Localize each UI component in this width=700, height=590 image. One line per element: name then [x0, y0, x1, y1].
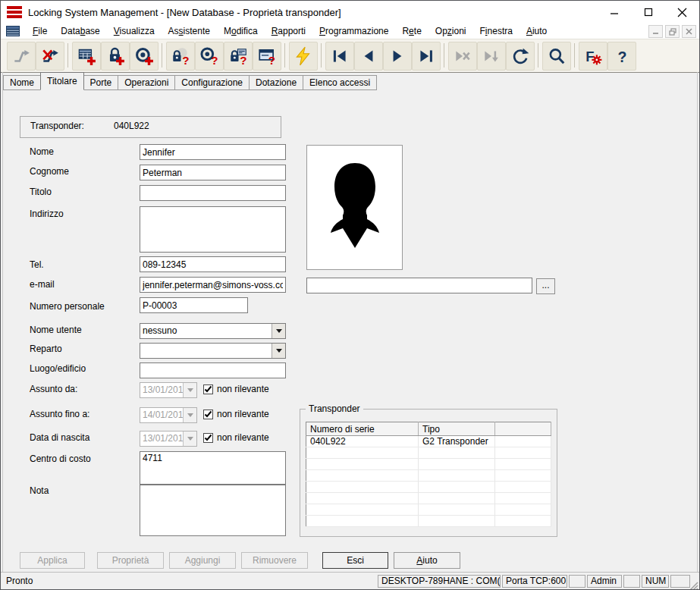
assunto-fino-checkbox-label[interactable]: non rilevante — [217, 409, 269, 419]
transponder-header-value: 040L922 — [114, 121, 149, 131]
tab-porte[interactable]: Porte — [84, 75, 119, 90]
applica-button[interactable]: Applica — [20, 552, 85, 569]
proprieta-button[interactable]: Proprietà — [97, 552, 164, 569]
menu-finestra[interactable]: Finestra — [473, 24, 520, 39]
close-icon — [677, 8, 687, 17]
table-row[interactable]: 040L922 G2 Transponder — [306, 436, 551, 447]
status-empty-2 — [623, 575, 640, 588]
minimize-button[interactable] — [597, 1, 631, 24]
new-transponder-button[interactable] — [130, 42, 159, 71]
read-g1-lock-button[interactable]: ? — [224, 42, 253, 71]
titolo-field[interactable] — [140, 185, 286, 201]
nome-utente-select[interactable]: nessuno — [140, 323, 286, 339]
reparto-dropdown-button[interactable] — [272, 344, 285, 358]
assunto-fino-non-rilevante-checkbox[interactable] — [203, 410, 213, 419]
status-bar: Pronto DESKTOP-789HANE : COM(*) Porta TC… — [1, 572, 699, 590]
menu-file[interactable]: File — [26, 24, 54, 39]
read-network-icon: ? — [257, 46, 277, 66]
menu-bar: File Database Visualizza Assistente Modi… — [1, 24, 699, 39]
menu-database[interactable]: Database — [54, 24, 106, 39]
disconnect-button[interactable] — [36, 42, 64, 71]
nota-label: Nota — [30, 485, 49, 496]
read-transponder-button[interactable]: ? — [195, 42, 224, 71]
photo-path-field[interactable] — [306, 278, 532, 293]
aggiungi-button[interactable]: Aggiungi — [169, 552, 236, 569]
data-nascita-non-rilevante-checkbox[interactable] — [203, 433, 213, 443]
skip-deactivated-button[interactable] — [448, 42, 477, 71]
new-locking-system-button[interactable] — [72, 42, 101, 71]
read-network-button[interactable]: ? — [253, 42, 281, 71]
tab-operazioni[interactable]: Operazioni — [118, 75, 175, 90]
menu-assistente[interactable]: Assistente — [162, 24, 217, 39]
luogo-field[interactable] — [140, 362, 286, 378]
rimuovere-button[interactable]: Rimuovere — [241, 552, 308, 569]
data-nascita-date-picker[interactable]: 13/01/201 — [140, 431, 197, 447]
data-nascita-label: Data di nascita — [30, 432, 89, 443]
previous-record-icon — [359, 46, 378, 66]
numero-personale-field[interactable] — [140, 297, 248, 313]
menu-modifica[interactable]: Modifica — [217, 24, 265, 39]
program-button[interactable] — [289, 42, 318, 71]
menu-rete[interactable]: Rete — [395, 24, 428, 39]
browse-photo-button[interactable]: ... — [536, 278, 555, 294]
aiuto-button[interactable]: Aiuto — [394, 552, 460, 569]
previous-record-button[interactable] — [354, 42, 383, 71]
help-icon: ? — [612, 46, 632, 66]
refresh-button[interactable] — [506, 42, 535, 71]
read-lock-button[interactable]: ? — [166, 42, 195, 71]
assunto-da-dropdown-button[interactable] — [183, 383, 196, 397]
tab-nome[interactable]: Nome — [3, 75, 41, 90]
disconnect-icon — [40, 46, 60, 66]
close-button[interactable] — [665, 1, 699, 24]
tab-configurazione[interactable]: Configurazione — [175, 75, 250, 90]
email-field[interactable] — [140, 277, 286, 293]
skip-to-end-button[interactable] — [477, 42, 506, 71]
nome-field[interactable] — [140, 144, 286, 160]
col-extra[interactable] — [495, 422, 551, 436]
mdi-restore-button[interactable] — [665, 25, 680, 38]
nome-utente-dropdown-button[interactable] — [272, 324, 285, 338]
new-lock-button[interactable] — [101, 42, 130, 71]
assunto-fino-dropdown-button[interactable] — [183, 408, 196, 422]
assunto-da-date-picker[interactable]: 13/01/201 — [140, 382, 197, 398]
tab-elenco-accessi[interactable]: Elenco accessi — [303, 75, 377, 90]
resize-grip[interactable] — [688, 580, 698, 590]
check-icon — [204, 434, 212, 442]
last-record-icon — [416, 46, 436, 66]
cognome-label: Cognome — [30, 166, 69, 177]
assunto-da-non-rilevante-checkbox[interactable] — [203, 384, 213, 394]
tab-dotazione[interactable]: Dotazione — [250, 75, 303, 90]
first-record-button[interactable] — [325, 42, 354, 71]
mdi-minimize-button[interactable] — [648, 25, 663, 38]
last-record-button[interactable] — [412, 42, 441, 71]
tel-field[interactable] — [140, 256, 286, 272]
connect-button[interactable] — [7, 42, 36, 71]
centro-costo-field[interactable]: 4711 — [140, 451, 286, 485]
menu-programmazione[interactable]: Programmazione — [312, 24, 395, 39]
indirizzo-field[interactable] — [140, 206, 286, 253]
help-button[interactable]: ? — [607, 42, 636, 71]
centro-costo-label: Centro di costo — [30, 453, 91, 464]
col-tipo[interactable]: Tipo — [419, 422, 495, 436]
tab-titolare[interactable]: Titolare — [40, 72, 84, 90]
person-silhouette — [317, 158, 393, 257]
assunto-da-checkbox-label[interactable]: non rilevante — [217, 384, 269, 394]
cognome-field[interactable] — [140, 165, 286, 180]
data-nascita-dropdown-button[interactable] — [183, 432, 196, 446]
minimize-icon — [610, 8, 619, 17]
maximize-button[interactable] — [631, 1, 665, 24]
next-record-button[interactable] — [383, 42, 412, 71]
data-nascita-checkbox-label[interactable]: non rilevante — [217, 432, 269, 443]
mdi-close-button[interactable] — [682, 25, 696, 38]
menu-rapporti[interactable]: Rapporti — [265, 24, 312, 39]
search-button[interactable] — [542, 42, 571, 71]
nota-field[interactable] — [140, 485, 286, 536]
menu-opzioni[interactable]: Opzioni — [428, 24, 473, 39]
menu-aiuto[interactable]: Aiuto — [520, 24, 554, 39]
reparto-select[interactable] — [140, 343, 286, 359]
col-numero-di-serie[interactable]: Numero di serie — [306, 422, 419, 436]
filter-settings-button[interactable]: F — [579, 42, 607, 71]
esci-button[interactable]: Esci — [322, 552, 388, 569]
menu-visualizza[interactable]: Visualizza — [107, 24, 162, 39]
assunto-fino-date-picker[interactable]: 14/01/201 — [140, 407, 197, 423]
